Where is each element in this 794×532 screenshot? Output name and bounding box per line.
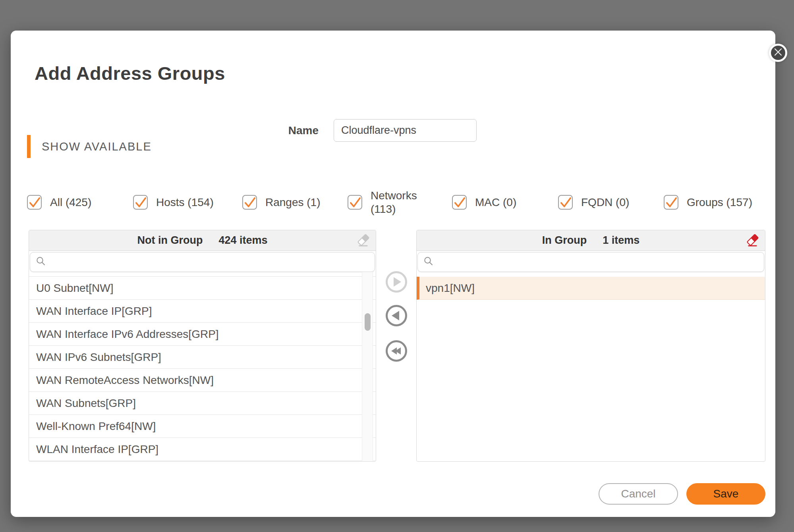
not-in-group-header: Not in Group 424 items	[29, 230, 376, 251]
panel-title: In Group	[542, 234, 587, 247]
filter-label: FQDN (0)	[581, 196, 629, 209]
filter-checkbox-item[interactable]: Groups (157)	[664, 183, 752, 221]
list-item-label: U0 Subnet[NW]	[36, 282, 114, 295]
name-input[interactable]	[334, 119, 477, 142]
scrolled-row-sliver	[29, 272, 376, 277]
arrow-right-icon	[394, 277, 401, 287]
list-item[interactable]: WAN Subnets[GRP]	[29, 392, 376, 415]
close-button[interactable]	[769, 44, 787, 62]
search-input[interactable]	[438, 253, 764, 272]
search-icon	[36, 256, 46, 268]
save-button[interactable]: Save	[686, 483, 765, 505]
not-in-group-panel: Not in Group 424 items	[29, 230, 376, 462]
panel-item-count: 424 items	[218, 234, 267, 247]
filter-checkbox-item[interactable]: Ranges (1)	[242, 183, 321, 221]
list-item-label: WAN Subnets[GRP]	[36, 397, 136, 410]
cancel-button[interactable]: Cancel	[599, 483, 678, 505]
in-group-list: vpn1[NW]	[417, 272, 765, 461]
list-item-label: Well-Known Pref64[NW]	[36, 420, 156, 433]
filter-label: All (425)	[50, 196, 91, 209]
list-item-label: vpn1[NW]	[426, 282, 475, 295]
list-item-label: WAN Interface IP[GRP]	[36, 305, 152, 318]
scrollbar-track[interactable]	[362, 272, 373, 461]
list-item[interactable]: WLAN Interface IP[GRP]	[29, 438, 376, 461]
filter-label: Ranges (1)	[265, 196, 321, 209]
checkbox-checked-icon[interactable]	[348, 195, 362, 210]
arrow-left-icon	[392, 311, 399, 320]
filter-checkbox-item[interactable]: FQDN (0)	[558, 183, 629, 221]
add-address-groups-dialog: Add Address Groups Name SHOW AVAILABLE A…	[11, 31, 775, 517]
filter-label: Hosts (154)	[156, 196, 214, 209]
list-item[interactable]: WAN IPv6 Subnets[GRP]	[29, 346, 376, 369]
list-item[interactable]: vpn1[NW]	[417, 277, 765, 300]
clear-selection-button[interactable]	[357, 234, 370, 247]
in-group-panel: In Group 1 items	[416, 230, 765, 462]
search-icon	[423, 256, 434, 268]
eraser-icon	[357, 243, 370, 249]
scrollbar-thumb[interactable]	[365, 313, 371, 331]
list-top-spacer	[417, 272, 765, 277]
move-all-left-button[interactable]	[386, 340, 407, 362]
search-input[interactable]	[50, 253, 375, 272]
filter-label: MAC (0)	[475, 196, 516, 209]
not-in-group-list: U0 Subnet[NW] WAN Interface IP[GRP] WAN …	[29, 272, 376, 461]
clear-group-button[interactable]	[746, 234, 759, 247]
in-group-search	[417, 252, 764, 272]
filter-checkbox-item[interactable]: All (425)	[27, 183, 91, 221]
list-item-label: WAN Interface IPv6 Addresses[GRP]	[36, 328, 219, 341]
filter-checkbox-item[interactable]: Networks (113)	[348, 183, 421, 221]
panel-item-count: 1 items	[603, 234, 639, 247]
list-item[interactable]: U0 Subnet[NW]	[29, 277, 376, 300]
in-group-header: In Group 1 items	[417, 230, 765, 251]
name-label: Name	[282, 119, 319, 142]
list-item[interactable]: WAN RemoteAccess Networks[NW]	[29, 369, 376, 392]
filter-checkbox-item[interactable]: MAC (0)	[452, 183, 516, 221]
list-item-label: WAN RemoteAccess Networks[NW]	[36, 374, 214, 387]
section-accent-bar	[27, 135, 31, 158]
list-item[interactable]: Well-Known Pref64[NW]	[29, 415, 376, 438]
list-item-label: WAN IPv6 Subnets[GRP]	[36, 351, 161, 364]
filter-checkbox-item[interactable]: Hosts (154)	[133, 183, 214, 221]
checkbox-checked-icon[interactable]	[664, 195, 678, 210]
filter-row: All (425) Hosts (154) Ranges (1) Network…	[11, 183, 775, 221]
section-header: SHOW AVAILABLE	[42, 135, 152, 158]
eraser-icon	[746, 243, 759, 249]
panel-title: Not in Group	[137, 234, 203, 247]
not-in-group-search	[30, 252, 375, 272]
list-item[interactable]: WAN Interface IP[GRP]	[29, 300, 376, 323]
filter-label: Networks (113)	[371, 189, 421, 215]
dialog-title: Add Address Groups	[35, 62, 225, 84]
checkbox-checked-icon[interactable]	[242, 195, 257, 210]
filter-label: Groups (157)	[687, 196, 752, 209]
checkbox-checked-icon[interactable]	[452, 195, 467, 210]
checkbox-checked-icon[interactable]	[27, 195, 42, 210]
move-right-button[interactable]	[386, 271, 407, 293]
list-item[interactable]: WAN Interface IPv6 Addresses[GRP]	[29, 323, 376, 346]
move-left-button[interactable]	[386, 305, 407, 326]
checkbox-checked-icon[interactable]	[133, 195, 148, 210]
close-icon	[773, 47, 783, 59]
double-arrow-left-icon	[392, 347, 400, 355]
checkbox-checked-icon[interactable]	[558, 195, 573, 210]
list-item-label: WLAN Interface IP[GRP]	[36, 443, 158, 456]
